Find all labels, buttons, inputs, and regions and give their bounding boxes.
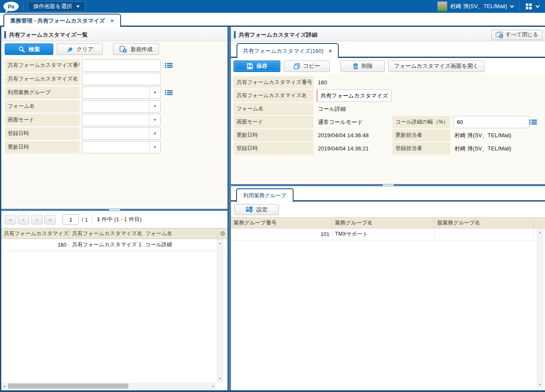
create-button[interactable]: 新規作成	[113, 43, 159, 55]
tab-business-management[interactable]: 業務管理 - 共有フォームカスタマイズ ✕	[3, 14, 121, 27]
apps-grid-icon	[526, 3, 532, 9]
chevron-down-icon	[510, 3, 514, 8]
name-field[interactable]	[82, 73, 161, 85]
created-select[interactable]: ▼	[82, 127, 161, 140]
app-logo[interactable]: Pe	[3, 2, 19, 11]
first-page-icon: «	[9, 216, 12, 223]
detail-row-updated-by: 更新担当者 村崎 博(SV、TEL/Mail)	[392, 129, 542, 141]
detail-row-width: コール詳細の幅（%）	[392, 116, 542, 128]
last-page-button[interactable]: »	[44, 215, 56, 225]
horizontal-scrollbar[interactable]: ◄ ►	[1, 383, 216, 389]
main-body: 共有フォームカスタマイズ一覧 検索 クリア 新規作成	[0, 27, 545, 390]
tab-usage-group[interactable]: 利用業務グループ	[236, 188, 294, 202]
field-label: 登録担当者	[392, 142, 450, 155]
field-label: 共有フォームカスタマイズ名	[5, 73, 80, 85]
last-page-icon: »	[49, 216, 52, 223]
updated-select[interactable]: ▼	[82, 141, 161, 153]
group-tabstrip: 利用業務グループ	[231, 186, 545, 202]
number-field[interactable]	[82, 59, 161, 72]
main-tabstrip: 業務管理 - 共有フォームカスタマイズ ✕	[0, 13, 545, 27]
create-button-label: 新規作成	[130, 46, 153, 53]
form-row-created: 登録日時 ▼	[5, 127, 224, 140]
form-name-value: コール詳細	[318, 105, 346, 113]
close-all-button[interactable]: すべて閉じる	[491, 30, 542, 40]
column-header-group-name: 業務グループ名	[332, 218, 435, 228]
detail-row-mode: 画面モード 通常コールモード コール詳細の幅（%）	[234, 116, 542, 128]
splitter-handle	[109, 209, 120, 210]
scroll-up-icon[interactable]: ▲	[217, 240, 223, 246]
cell-parent-group	[435, 228, 534, 240]
pagination-bar: « ‹ › » / 1 1 件中 (1 - 1 件目)	[1, 211, 228, 228]
topbar-right: 村崎 博(SV、TEL/Mail)	[437, 1, 541, 12]
tab-detail-record[interactable]: 共有フォームカスタマイズ(160) ✕	[236, 43, 339, 58]
table-row[interactable]: 160 共有フォームカスタマイズ 1 コール詳細 ⋮	[1, 239, 228, 251]
form-row-name: 共有フォームカスタマイズ名	[5, 73, 224, 85]
list-icon	[165, 63, 173, 68]
chevron-down-icon	[536, 3, 540, 8]
group-select[interactable]: ▼	[82, 86, 161, 99]
group-table-header: 業務グループ番号 業務グループ名 親業務グループ名	[231, 217, 545, 228]
list-select-button[interactable]	[529, 119, 537, 125]
column-header-parent-group: 親業務グループ名	[435, 218, 534, 228]
user-menu[interactable]: 村崎 博(SV、TEL/Mail)	[437, 1, 515, 12]
tab-label: 業務管理 - 共有フォームカスタマイズ	[10, 17, 105, 25]
list-select-button[interactable]	[165, 90, 173, 95]
column-header-name[interactable]: 共有フォームカスタマイズ名	[69, 228, 143, 239]
clear-button[interactable]: クリア	[57, 43, 103, 55]
cell-group-name: TMXサポート	[332, 228, 435, 240]
group-toolbar: 設定	[231, 202, 545, 217]
close-icon[interactable]: ✕	[328, 48, 332, 54]
detail-row-number: 共有フォームカスタマイズ番号 160	[234, 76, 542, 89]
mode-select[interactable]: ▼	[82, 114, 161, 126]
result-count-label: 1 件中 (1 - 1 件目)	[97, 216, 141, 223]
search-button[interactable]: 検索	[5, 43, 53, 55]
gear-icon[interactable]: ⚙	[220, 230, 225, 237]
cell-name: 共有フォームカスタマイズ 1	[69, 239, 143, 251]
screen-select-label: 操作画面を選択	[33, 3, 72, 10]
next-page-button[interactable]: ›	[31, 215, 43, 225]
total-pages-label: / 1	[82, 216, 88, 223]
screen-select-button[interactable]: 操作画面を選択	[28, 1, 85, 12]
scroll-up-icon[interactable]: ▲	[537, 229, 543, 235]
caret-down-icon: ▼	[149, 114, 160, 126]
new-document-icon	[119, 46, 127, 53]
page-number-input[interactable]	[63, 214, 79, 225]
user-name: 村崎 博(SV、TEL/Mail)	[450, 3, 507, 10]
delete-button[interactable]: 削除	[340, 61, 385, 72]
list-panel: 共有フォームカスタマイズ一覧 検索 クリア 新規作成	[0, 27, 228, 390]
vertical-scrollbar[interactable]: ▲ ▼	[537, 229, 543, 388]
open-form-customize-button[interactable]: フォームカスタマイズ画面を開く	[388, 61, 484, 72]
scroll-right-icon[interactable]: ►	[211, 383, 216, 389]
header-accent-bar	[234, 31, 236, 38]
customize-name-input[interactable]	[317, 89, 392, 102]
field-label: 画面モード	[5, 114, 80, 126]
field-label: 利用業務グループ	[5, 86, 80, 99]
apps-menu[interactable]	[524, 3, 541, 9]
form-row-updated: 更新日時 ▼	[5, 141, 224, 153]
eraser-icon	[66, 46, 73, 52]
save-button[interactable]: 保存	[234, 61, 280, 72]
settings-button[interactable]: 設定	[234, 204, 279, 215]
cell-group-number: 101	[231, 228, 332, 240]
call-detail-width-input[interactable]	[453, 116, 529, 128]
prev-page-button[interactable]: ‹	[18, 215, 29, 225]
vertical-scrollbar[interactable]: ▲ ▼	[217, 239, 223, 382]
copy-button[interactable]: コピー	[284, 61, 330, 72]
app-logo-text: Pe	[8, 3, 14, 10]
column-header-form[interactable]: フォーム名	[143, 228, 218, 239]
scrollbar-thumb[interactable]	[8, 383, 128, 389]
scroll-down-icon[interactable]: ▼	[537, 381, 543, 387]
detail-row-updated: 更新日時 2019/04/04 14:36:48 更新担当者 村崎 博(SV、T…	[234, 129, 542, 141]
scroll-left-icon[interactable]: ◄	[1, 383, 7, 389]
left-horizontal-splitter[interactable]	[1, 209, 228, 211]
form-name-select[interactable]: ▼	[82, 100, 161, 112]
close-icon[interactable]: ✕	[110, 18, 114, 24]
table-row[interactable]: 101 TMXサポート	[231, 228, 545, 240]
list-select-button[interactable]	[165, 63, 173, 68]
scroll-down-icon[interactable]: ▼	[217, 375, 223, 381]
form-row-group: 利用業務グループ ▼	[5, 86, 224, 99]
column-header-number[interactable]: 共有フォームカスタマイズ番号	[1, 228, 69, 239]
first-page-button[interactable]: «	[5, 215, 16, 225]
caret-down-icon	[76, 6, 80, 8]
detail-tab-label: 共有フォームカスタマイズ(160)	[243, 47, 323, 55]
